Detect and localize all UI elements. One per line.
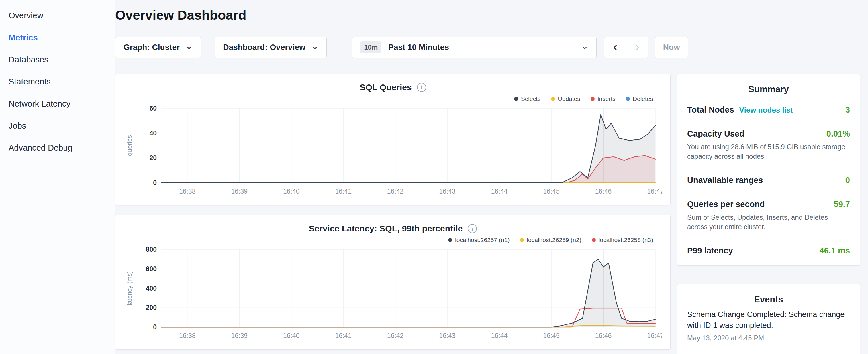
legend-label: localhost:26258 (n3)	[599, 236, 653, 244]
svg-text:0: 0	[153, 323, 157, 331]
legend-label: Updates	[558, 95, 580, 102]
now-button[interactable]: Now	[655, 37, 688, 58]
graph-scope-label: Graph: Cluster	[124, 43, 180, 52]
svg-text:16:39: 16:39	[231, 188, 248, 195]
svg-text:queries: queries	[126, 135, 133, 156]
legend-label: Inserts	[597, 95, 616, 102]
legend-swatch-icon	[520, 238, 524, 242]
sidebar-item-overview[interactable]: Overview	[0, 5, 115, 27]
summary-value: 59.7	[834, 200, 850, 209]
svg-text:16:43: 16:43	[439, 332, 456, 340]
controls-bar: Graph: Cluster ⌄ Dashboard: Overview ⌄ 1…	[115, 37, 688, 58]
chart-title: SQL Queries	[360, 83, 411, 92]
svg-text:40: 40	[149, 129, 157, 137]
summary-value: 3	[845, 105, 850, 115]
summary-row: Total NodesView nodes list3	[687, 98, 850, 122]
svg-text:60: 60	[149, 105, 157, 112]
sidebar-item-statements[interactable]: Statements	[0, 71, 115, 93]
chart-canvas: 020040060080016:3816:3916:4016:4116:4216…	[124, 246, 662, 342]
legend-swatch-icon	[551, 97, 555, 101]
svg-text:16:39: 16:39	[231, 332, 248, 340]
time-next-button[interactable]: ›	[626, 37, 649, 58]
chart-plot: 020040060080016:3816:3916:4016:4116:4216…	[124, 246, 662, 343]
summary-row: P99 latency46.1 ms	[687, 239, 850, 263]
legend-item[interactable]: localhost:26258 (n3)	[592, 236, 653, 244]
info-icon[interactable]: i	[468, 224, 477, 233]
sidebar-item-network-latency[interactable]: Network Latency	[0, 93, 115, 115]
summary-label: P99 latency	[687, 246, 733, 255]
time-nav-group: ‹ ›	[604, 37, 649, 58]
svg-text:16:44: 16:44	[491, 188, 508, 195]
event-item: Schema Change Completed: Schema change w…	[687, 309, 850, 342]
events-list: Schema Change Completed: Schema change w…	[687, 309, 850, 342]
summary-rows: Total NodesView nodes list3Capacity Used…	[687, 98, 850, 263]
sidebar-nav: OverviewMetricsDatabasesStatementsNetwor…	[0, 5, 115, 159]
svg-text:16:46: 16:46	[595, 332, 612, 340]
chevron-down-icon: ⌄	[581, 42, 588, 51]
legend-item[interactable]: Updates	[551, 95, 580, 102]
time-window-badge: 10m	[360, 41, 381, 53]
summary-value: 0	[845, 175, 850, 185]
summary-label: Total Nodes	[687, 105, 734, 115]
legend-label: Selects	[521, 95, 541, 102]
svg-text:latency (ms): latency (ms)	[126, 271, 133, 305]
dashboard-dropdown[interactable]: Dashboard: Overview ⌄	[215, 37, 327, 58]
chart-title: Service Latency: SQL, 99th percentile	[309, 224, 463, 233]
time-range-selector[interactable]: 10m Past 10 Minutes ⌄	[352, 37, 597, 58]
page-title: Overview Dashboard	[115, 7, 246, 23]
chevron-left-icon: ‹	[613, 39, 618, 54]
svg-text:16:44: 16:44	[491, 332, 508, 340]
legend-label: Deletes	[633, 95, 653, 102]
dashboard-label: Dashboard: Overview	[223, 43, 306, 52]
svg-text:200: 200	[146, 304, 157, 311]
svg-text:800: 800	[146, 246, 157, 253]
sidebar-item-jobs[interactable]: Jobs	[0, 115, 115, 137]
legend-swatch-icon	[591, 97, 595, 101]
svg-text:16:43: 16:43	[439, 188, 456, 195]
summary-description: You are using 28.6 MiB of 515.9 GiB usab…	[687, 142, 850, 161]
service-latency-chart-card: Service Latency: SQL, 99th percentile i …	[115, 215, 671, 350]
svg-text:20: 20	[149, 154, 157, 162]
legend-item[interactable]: Deletes	[626, 95, 653, 102]
sql-queries-chart-card: SQL Queries i SelectsUpdatesInsertsDelet…	[115, 74, 671, 205]
view-nodes-link[interactable]: View nodes list	[739, 106, 793, 115]
summary-label: Unavailable ranges	[687, 175, 763, 185]
svg-text:600: 600	[146, 265, 157, 273]
sidebar-item-databases[interactable]: Databases	[0, 49, 115, 71]
event-timestamp: May 13, 2020 at 4:45 PM	[687, 334, 850, 342]
sidebar-item-metrics[interactable]: Metrics	[0, 27, 115, 49]
time-window-label: Past 10 Minutes	[388, 43, 449, 52]
svg-text:16:38: 16:38	[179, 188, 196, 195]
summary-label: Queries per second	[687, 200, 765, 209]
sidebar-item-advanced-debug[interactable]: Advanced Debug	[0, 137, 115, 159]
svg-text:0: 0	[153, 179, 157, 187]
svg-text:16:47: 16:47	[647, 188, 662, 195]
legend-item[interactable]: localhost:26259 (n2)	[520, 236, 581, 244]
svg-text:16:42: 16:42	[387, 188, 404, 195]
summary-title: Summary	[687, 84, 850, 95]
sidebar: OverviewMetricsDatabasesStatementsNetwor…	[0, 0, 115, 354]
graph-scope-dropdown[interactable]: Graph: Cluster ⌄	[115, 37, 201, 58]
legend-swatch-icon	[514, 97, 518, 101]
legend-swatch-icon	[592, 238, 596, 242]
chart-legend: SelectsUpdatesInsertsDeletes	[124, 95, 653, 103]
legend-item[interactable]: Inserts	[591, 95, 616, 102]
events-title: Events	[687, 294, 850, 305]
svg-text:16:40: 16:40	[283, 332, 300, 340]
chevron-down-icon: ⌄	[311, 42, 318, 51]
chart-legend: localhost:26257 (n1)localhost:26259 (n2)…	[124, 236, 653, 244]
time-prev-button[interactable]: ‹	[604, 37, 626, 58]
svg-text:16:45: 16:45	[543, 188, 560, 195]
legend-item[interactable]: Selects	[514, 95, 541, 102]
legend-item[interactable]: localhost:26257 (n1)	[448, 236, 509, 244]
chevron-down-icon: ⌄	[185, 42, 192, 51]
summary-panel: Summary Total NodesView nodes list3Capac…	[677, 74, 860, 266]
chart-canvas: 020406016:3816:3916:4016:4116:4216:4316:…	[124, 105, 662, 198]
info-icon[interactable]: i	[417, 83, 426, 92]
svg-text:16:42: 16:42	[387, 332, 404, 340]
summary-value: 0.01%	[827, 129, 850, 139]
svg-text:16:46: 16:46	[595, 188, 612, 195]
summary-row: Queries per second59.7Sum of Selects, Up…	[687, 192, 850, 239]
summary-label: Capacity Used	[687, 129, 744, 139]
chart-plot: 020406016:3816:3916:4016:4116:4216:4316:…	[124, 105, 662, 199]
